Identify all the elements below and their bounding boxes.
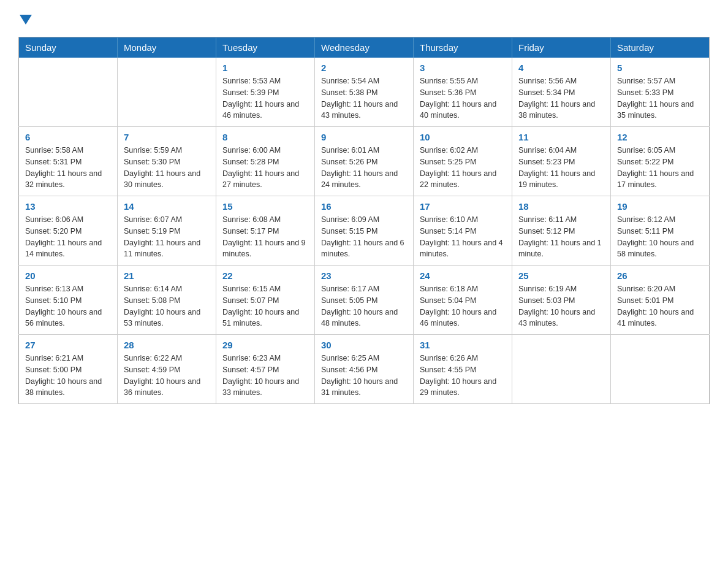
day-number: 9	[321, 132, 407, 142]
page-header	[18, 12, 710, 26]
calendar-day-cell: 22Sunrise: 6:15 AMSunset: 5:07 PMDayligh…	[216, 266, 315, 335]
day-number: 14	[124, 201, 210, 212]
day-info: Sunrise: 6:06 AMSunset: 5:20 PMDaylight:…	[25, 214, 111, 260]
calendar-day-cell: 6Sunrise: 5:58 AMSunset: 5:31 PMDaylight…	[19, 127, 118, 196]
calendar-day-cell: 26Sunrise: 6:20 AMSunset: 5:01 PMDayligh…	[611, 266, 710, 335]
day-number: 26	[617, 270, 703, 281]
day-of-week-header: Sunday	[19, 37, 118, 58]
day-info: Sunrise: 6:01 AMSunset: 5:26 PMDaylight:…	[321, 145, 407, 191]
calendar-day-cell: 7Sunrise: 5:59 AMSunset: 5:30 PMDaylight…	[118, 127, 216, 196]
calendar-day-cell: 24Sunrise: 6:18 AMSunset: 5:04 PMDayligh…	[414, 266, 512, 335]
day-info: Sunrise: 6:04 AMSunset: 5:23 PMDaylight:…	[518, 145, 604, 191]
day-info: Sunrise: 6:21 AMSunset: 5:00 PMDaylight:…	[25, 353, 111, 399]
calendar-day-cell: 3Sunrise: 5:55 AMSunset: 5:36 PMDaylight…	[414, 58, 512, 127]
day-info: Sunrise: 6:09 AMSunset: 5:15 PMDaylight:…	[321, 214, 407, 260]
calendar-week-row: 1Sunrise: 5:53 AMSunset: 5:39 PMDaylight…	[19, 58, 710, 127]
day-of-week-header: Tuesday	[216, 37, 315, 58]
calendar-day-cell: 8Sunrise: 6:00 AMSunset: 5:28 PMDaylight…	[216, 127, 315, 196]
day-number: 30	[321, 340, 407, 350]
calendar-table: SundayMondayTuesdayWednesdayThursdayFrid…	[18, 37, 710, 404]
day-number: 19	[617, 201, 703, 212]
day-info: Sunrise: 6:19 AMSunset: 5:03 PMDaylight:…	[518, 283, 604, 329]
day-info: Sunrise: 5:54 AMSunset: 5:38 PMDaylight:…	[321, 75, 407, 121]
day-of-week-header: Thursday	[414, 37, 512, 58]
calendar-day-cell: 31Sunrise: 6:26 AMSunset: 4:55 PMDayligh…	[414, 335, 512, 404]
day-info: Sunrise: 6:11 AMSunset: 5:12 PMDaylight:…	[518, 214, 604, 260]
day-number: 7	[124, 132, 210, 142]
calendar-day-cell: 11Sunrise: 6:04 AMSunset: 5:23 PMDayligh…	[512, 127, 611, 196]
day-number: 6	[25, 132, 111, 142]
calendar-day-cell: 30Sunrise: 6:25 AMSunset: 4:56 PMDayligh…	[315, 335, 414, 404]
day-info: Sunrise: 5:58 AMSunset: 5:31 PMDaylight:…	[25, 145, 111, 191]
calendar-header-row: SundayMondayTuesdayWednesdayThursdayFrid…	[19, 37, 710, 58]
day-number: 11	[518, 132, 604, 142]
calendar-day-cell: 4Sunrise: 5:56 AMSunset: 5:34 PMDaylight…	[512, 58, 611, 127]
day-info: Sunrise: 6:07 AMSunset: 5:19 PMDaylight:…	[124, 214, 210, 260]
day-info: Sunrise: 5:57 AMSunset: 5:33 PMDaylight:…	[617, 75, 703, 121]
calendar-day-cell: 17Sunrise: 6:10 AMSunset: 5:14 PMDayligh…	[414, 196, 512, 266]
day-info: Sunrise: 6:00 AMSunset: 5:28 PMDaylight:…	[222, 145, 308, 191]
calendar-week-row: 6Sunrise: 5:58 AMSunset: 5:31 PMDaylight…	[19, 127, 710, 196]
day-number: 10	[420, 132, 506, 142]
calendar-day-cell	[19, 58, 118, 127]
calendar-day-cell	[118, 58, 216, 127]
calendar-day-cell: 25Sunrise: 6:19 AMSunset: 5:03 PMDayligh…	[512, 266, 611, 335]
day-info: Sunrise: 6:14 AMSunset: 5:08 PMDaylight:…	[124, 283, 210, 329]
calendar-day-cell: 27Sunrise: 6:21 AMSunset: 5:00 PMDayligh…	[19, 335, 118, 404]
day-info: Sunrise: 6:22 AMSunset: 4:59 PMDaylight:…	[124, 353, 210, 399]
day-number: 3	[420, 63, 506, 73]
day-info: Sunrise: 6:12 AMSunset: 5:11 PMDaylight:…	[617, 214, 703, 260]
day-info: Sunrise: 6:15 AMSunset: 5:07 PMDaylight:…	[222, 283, 308, 329]
day-number: 2	[321, 63, 407, 73]
day-info: Sunrise: 6:10 AMSunset: 5:14 PMDaylight:…	[420, 214, 506, 260]
calendar-week-row: 13Sunrise: 6:06 AMSunset: 5:20 PMDayligh…	[19, 196, 710, 266]
day-number: 4	[518, 63, 604, 73]
day-info: Sunrise: 6:26 AMSunset: 4:55 PMDaylight:…	[420, 353, 506, 399]
day-info: Sunrise: 6:05 AMSunset: 5:22 PMDaylight:…	[617, 145, 703, 191]
day-of-week-header: Wednesday	[315, 37, 414, 58]
day-info: Sunrise: 5:53 AMSunset: 5:39 PMDaylight:…	[222, 75, 308, 121]
day-info: Sunrise: 5:59 AMSunset: 5:30 PMDaylight:…	[124, 145, 210, 191]
day-number: 31	[420, 340, 506, 350]
calendar-day-cell: 19Sunrise: 6:12 AMSunset: 5:11 PMDayligh…	[611, 196, 710, 266]
calendar-day-cell: 2Sunrise: 5:54 AMSunset: 5:38 PMDaylight…	[315, 58, 414, 127]
day-number: 27	[25, 340, 111, 350]
calendar-day-cell: 23Sunrise: 6:17 AMSunset: 5:05 PMDayligh…	[315, 266, 414, 335]
day-info: Sunrise: 6:17 AMSunset: 5:05 PMDaylight:…	[321, 283, 407, 329]
calendar-week-row: 27Sunrise: 6:21 AMSunset: 5:00 PMDayligh…	[19, 335, 710, 404]
calendar-day-cell: 28Sunrise: 6:22 AMSunset: 4:59 PMDayligh…	[118, 335, 216, 404]
day-info: Sunrise: 6:20 AMSunset: 5:01 PMDaylight:…	[617, 283, 703, 329]
day-number: 16	[321, 201, 407, 212]
day-info: Sunrise: 6:23 AMSunset: 4:57 PMDaylight:…	[222, 353, 308, 399]
calendar-day-cell	[512, 335, 611, 404]
day-number: 23	[321, 270, 407, 281]
day-number: 21	[124, 270, 210, 281]
day-number: 29	[222, 340, 308, 350]
calendar-week-row: 20Sunrise: 6:13 AMSunset: 5:10 PMDayligh…	[19, 266, 710, 335]
day-number: 13	[25, 201, 111, 212]
day-number: 28	[124, 340, 210, 350]
calendar-day-cell: 21Sunrise: 6:14 AMSunset: 5:08 PMDayligh…	[118, 266, 216, 335]
logo-triangle-icon	[20, 15, 32, 25]
day-info: Sunrise: 6:18 AMSunset: 5:04 PMDaylight:…	[420, 283, 506, 329]
day-number: 17	[420, 201, 506, 212]
calendar-day-cell: 9Sunrise: 6:01 AMSunset: 5:26 PMDaylight…	[315, 127, 414, 196]
calendar-day-cell: 1Sunrise: 5:53 AMSunset: 5:39 PMDaylight…	[216, 58, 315, 127]
day-info: Sunrise: 6:25 AMSunset: 4:56 PMDaylight:…	[321, 353, 407, 399]
calendar-day-cell: 16Sunrise: 6:09 AMSunset: 5:15 PMDayligh…	[315, 196, 414, 266]
day-number: 1	[222, 63, 308, 73]
calendar-day-cell: 14Sunrise: 6:07 AMSunset: 5:19 PMDayligh…	[118, 196, 216, 266]
calendar-day-cell: 20Sunrise: 6:13 AMSunset: 5:10 PMDayligh…	[19, 266, 118, 335]
calendar-day-cell: 10Sunrise: 6:02 AMSunset: 5:25 PMDayligh…	[414, 127, 512, 196]
day-of-week-header: Monday	[118, 37, 216, 58]
calendar-day-cell	[611, 335, 710, 404]
calendar-day-cell: 15Sunrise: 6:08 AMSunset: 5:17 PMDayligh…	[216, 196, 315, 266]
calendar-day-cell: 12Sunrise: 6:05 AMSunset: 5:22 PMDayligh…	[611, 127, 710, 196]
day-number: 12	[617, 132, 703, 142]
day-info: Sunrise: 6:08 AMSunset: 5:17 PMDaylight:…	[222, 214, 308, 260]
logo	[18, 12, 32, 26]
day-number: 18	[518, 201, 604, 212]
calendar-day-cell: 29Sunrise: 6:23 AMSunset: 4:57 PMDayligh…	[216, 335, 315, 404]
day-info: Sunrise: 5:55 AMSunset: 5:36 PMDaylight:…	[420, 75, 506, 121]
day-number: 22	[222, 270, 308, 281]
